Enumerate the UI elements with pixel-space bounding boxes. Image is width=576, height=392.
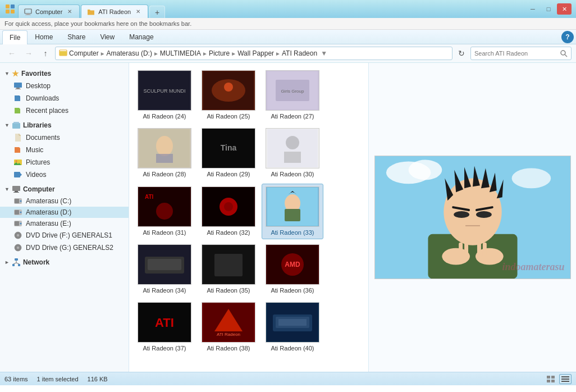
file-item-35[interactable]: Ati Radeon (35) (198, 241, 259, 297)
svg-rect-116 (561, 376, 569, 377)
svg-line-43 (16, 263, 19, 264)
sidebar-section-network: ► Network (0, 256, 129, 268)
app-icon (4, 3, 16, 15)
hdd-d-icon (13, 209, 22, 216)
path-picture[interactable]: Picture (209, 49, 230, 57)
file-item-31[interactable]: ATI Ati Radeon (31) (134, 184, 195, 239)
svg-point-31 (20, 223, 22, 225)
path-multimedia[interactable]: MULTIMEDIA (160, 49, 201, 57)
file-item-37[interactable]: ATI Ati Radeon (37) (134, 299, 195, 355)
svg-point-62 (156, 203, 173, 220)
tab-ati-radeon[interactable]: ATI Radeon ✕ (81, 4, 148, 18)
computer-label: Computer (23, 185, 55, 193)
tab-ati-close[interactable]: ✕ (134, 8, 142, 16)
svg-rect-110 (482, 243, 486, 257)
file-name-29: Ati Radeon (29) (207, 170, 250, 178)
svg-point-58 (286, 136, 299, 149)
sidebar-item-downloads[interactable]: Downloads (0, 92, 129, 104)
svg-point-37 (17, 247, 19, 248)
svg-rect-40 (18, 264, 20, 266)
svg-rect-115 (551, 380, 555, 382)
minimize-button[interactable]: ─ (525, 3, 540, 15)
close-button[interactable]: ✕ (557, 3, 572, 15)
back-button[interactable]: ← (4, 47, 19, 60)
svg-rect-11 (14, 83, 22, 88)
sidebar-item-pictures[interactable]: Pictures (0, 156, 129, 168)
sidebar-item-music[interactable]: Music (0, 144, 129, 156)
maximize-button[interactable]: □ (541, 3, 556, 15)
sidebar-item-videos[interactable]: Videos (0, 168, 129, 181)
file-item-29[interactable]: Tina Ati Radeon (29) (198, 125, 259, 181)
sidebar-item-amaterasu-e[interactable]: Amaterasu (E:) (0, 218, 129, 229)
new-tab-button[interactable]: + (149, 6, 165, 18)
svg-point-90 (511, 168, 551, 189)
file-item-34[interactable]: Ati Radeon (34) (134, 241, 195, 297)
path-ati-radeon[interactable]: ATI Radeon (282, 49, 317, 57)
file-item-25[interactable]: Ati Radeon (25) (198, 67, 259, 123)
path-computer[interactable]: Computer (69, 49, 99, 57)
svg-rect-3 (11, 10, 15, 13)
up-button[interactable]: ↑ (38, 47, 53, 60)
file-item-27[interactable]: Girls Group Ati Radeon (27) (262, 67, 323, 123)
file-item-24[interactable]: SCULPUR MUNDI Ati Radeon (24) (134, 67, 195, 123)
forward-button[interactable]: → (21, 47, 36, 60)
file-item-30[interactable]: Ati Radeon (30) (262, 125, 323, 181)
help-button[interactable]: ? (561, 31, 574, 43)
sidebar-item-amaterasu-c[interactable]: Amaterasu (C:) (0, 195, 129, 207)
sidebar-amaterasu-e-label: Amaterasu (E:) (26, 220, 71, 227)
file-name-25: Ati Radeon (25) (207, 112, 250, 120)
sidebar-favorites-header[interactable]: ▼ ★ Favorites (0, 67, 129, 80)
ribbon-tab-home[interactable]: Home (28, 30, 60, 44)
ribbon-tab-view[interactable]: View (93, 30, 122, 44)
address-path[interactable]: Computer ► Amaterasu (D:) ► MULTIMEDIA ►… (55, 47, 452, 60)
tab-computer[interactable]: Computer ✕ (18, 4, 80, 18)
svg-rect-4 (25, 9, 31, 13)
svg-point-17 (16, 161, 17, 162)
sidebar-item-recent[interactable]: Recent places (0, 104, 129, 117)
file-item-32[interactable]: Ati Radeon (32) (198, 184, 259, 239)
search-box[interactable] (470, 47, 572, 60)
ribbon-tab-manage[interactable]: Manage (122, 30, 161, 44)
sidebar-computer-header[interactable]: ▼ Computer (0, 183, 129, 195)
preview-svg (375, 156, 570, 279)
ribbon-tab-file[interactable]: File (2, 30, 28, 44)
svg-rect-24 (15, 199, 19, 203)
svg-line-10 (565, 54, 567, 57)
path-dropdown-arrow[interactable]: ▼ (321, 49, 327, 57)
sidebar-network-header[interactable]: ► Network (0, 256, 129, 268)
details-view-button[interactable] (559, 374, 572, 384)
sidebar-item-desktop[interactable]: Desktop (0, 80, 129, 92)
file-list: SCULPUR MUNDI Ati Radeon (24) Ati Radeon… (129, 63, 368, 372)
svg-rect-20 (12, 186, 20, 191)
file-item-38[interactable]: ATI Radeon Ati Radeon (38) (198, 299, 259, 355)
large-icon-view-button[interactable] (545, 374, 557, 384)
main-layout: ▼ ★ Favorites Desktop Downloads Recent p… (0, 63, 576, 372)
sidebar-libraries-header[interactable]: ▼ Libraries (0, 119, 129, 131)
file-item-33[interactable]: Ati Radeon (33) (262, 184, 323, 239)
path-wallpapper[interactable]: Wall Papper (237, 49, 274, 57)
svg-point-25 (20, 200, 22, 202)
ribbon-tab-share[interactable]: Share (60, 30, 93, 44)
svg-rect-117 (561, 379, 569, 380)
svg-text:ATI: ATI (155, 316, 174, 330)
sidebar-item-amaterasu-d[interactable]: Amaterasu (D:) (0, 207, 129, 218)
libraries-arrow: ▼ (4, 122, 10, 128)
file-name-35: Ati Radeon (35) (207, 286, 250, 294)
search-input[interactable] (474, 50, 560, 57)
sidebar-item-dvd-f[interactable]: DVD Drive (F:) GENERALS1 (0, 229, 129, 241)
file-item-40[interactable]: Ati Radeon (40) (262, 299, 323, 355)
svg-rect-18 (14, 172, 20, 177)
svg-point-48 (224, 83, 233, 92)
svg-rect-15 (13, 122, 19, 124)
sidebar-item-dvd-g[interactable]: DVD Drive (G:) GENERALS2 (0, 241, 129, 254)
refresh-button[interactable]: ↻ (455, 47, 468, 60)
sidebar-item-documents[interactable]: Documents (0, 131, 129, 144)
tab-computer-close[interactable]: ✕ (66, 8, 74, 16)
path-amaterasu-d[interactable]: Amaterasu (D:) (107, 49, 152, 57)
file-item-36[interactable]: AMD Ati Radeon (36) (262, 241, 323, 297)
file-item-28[interactable]: Ati Radeon (28) (134, 125, 195, 181)
sidebar-dvd-f-label: DVD Drive (F:) GENERALS1 (26, 231, 112, 239)
file-thumb-36: AMD (266, 244, 319, 285)
svg-rect-8 (60, 51, 67, 56)
svg-rect-2 (6, 10, 10, 13)
